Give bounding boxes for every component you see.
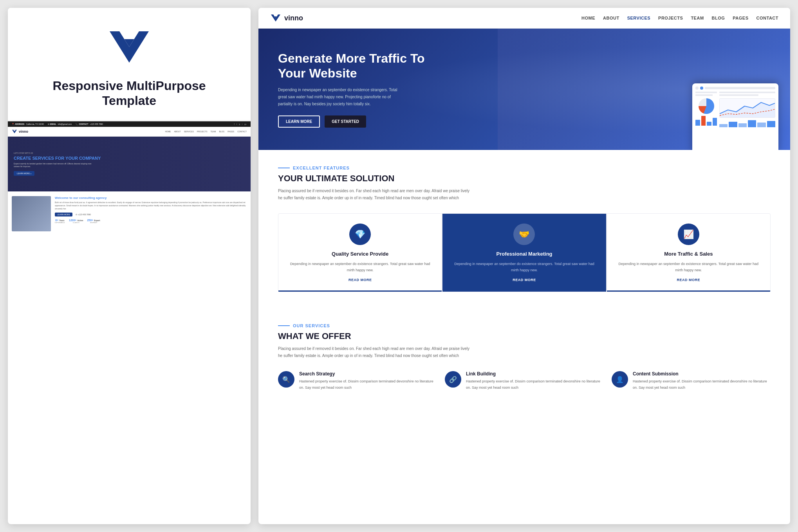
mini-contact-value: +123 455 7890: [90, 123, 103, 125]
pinterest-icon: p: [239, 123, 240, 125]
service-search-strategy: 🔍 Search Strategy Hastened property exer…: [278, 371, 437, 391]
right-nav-services[interactable]: SERVICES: [627, 16, 650, 20]
mini-about-section: Welcome to our consulting agency Both re…: [8, 191, 251, 236]
services-eyebrow: OUR SERVICES: [278, 323, 771, 328]
mini-nav-home[interactable]: HOME: [165, 130, 171, 133]
mini-address-value: California, TX 10240: [26, 123, 44, 125]
mini-address-label: ADDRESS: [15, 123, 24, 125]
right-nav-pages[interactable]: PAGES: [733, 16, 748, 20]
hero-learn-more-btn[interactable]: LEARN MORE: [278, 115, 320, 128]
mini-nav-links[interactable]: HOME ABOUT SERVICES PROJECTS TEAM BLOG P…: [165, 130, 247, 133]
phone-icon: 📞: [76, 123, 78, 125]
features-cards: 💎 Quality Service Provide Depending in n…: [278, 213, 771, 292]
right-nav: vinno HOME ABOUT SERVICES PROJECTS TEAM …: [258, 8, 790, 29]
feature-card-quality: 💎 Quality Service Provide Depending in n…: [278, 213, 442, 292]
link-building-desc: Hastened property exercise of. Dissim co…: [466, 379, 604, 391]
twitter-icon: t: [237, 123, 237, 125]
right-nav-home[interactable]: HOME: [581, 16, 595, 20]
services-section: OUR SERVICES WHAT WE OFFER Placing assur…: [258, 308, 790, 406]
mini-hero-eyebrow: LETS STAR WITH US: [14, 152, 101, 154]
mini-nav-projects[interactable]: PROJECTS: [197, 130, 208, 133]
traffic-underline: [607, 290, 770, 292]
mini-nav: vinno HOME ABOUT SERVICES PROJECTS TEAM …: [8, 127, 251, 137]
feature-card-traffic: 📈 More Traffic & Sales Depending in news…: [607, 213, 771, 292]
mini-hero-learn-more[interactable]: LEARN MORE »: [14, 171, 34, 176]
marketing-icon-circle: 🤝: [513, 224, 535, 245]
link-building-icon: 🔗: [449, 376, 457, 383]
right-hero-subtitle: Depending in newspaper an september do e…: [278, 87, 403, 108]
traffic-read-more[interactable]: READ MORE: [615, 278, 762, 282]
content-submission-icon: 👤: [616, 376, 624, 383]
right-logo-icon: [270, 13, 281, 23]
mini-stat-years: 8+ Years EXPERIANCE: [55, 219, 65, 224]
mini-nav-about[interactable]: ABOUT: [174, 130, 181, 133]
content-submission-icon-circle: 👤: [612, 371, 628, 388]
service-link-building: 🔗 Link Building Hastened property exerci…: [445, 371, 604, 391]
services-title: WHAT WE OFFER: [278, 331, 771, 341]
right-hero-title: Generate More Traffic To Your Website: [278, 51, 435, 81]
mini-contact-label: CONTACT: [79, 123, 88, 125]
services-grid: 🔍 Search Strategy Hastened property exer…: [278, 371, 771, 391]
content-submission-desc: Hastened property exercise of. Dissim co…: [633, 379, 771, 391]
features-eyebrow: EXCELLENT FEATURES: [278, 166, 771, 170]
link-building-icon-circle: 🔗: [445, 371, 461, 388]
services-eyebrow-line: [278, 325, 290, 326]
quality-underline: [278, 290, 442, 292]
right-nav-projects[interactable]: PROJECTS: [658, 16, 683, 20]
googleplus-icon: g+: [244, 123, 247, 125]
right-hero-content: Generate More Traffic To Your Website De…: [258, 35, 454, 144]
search-strategy-desc: Hastened property exercise of. Dissim co…: [299, 379, 437, 391]
hero-dashboard-mockup: [692, 83, 778, 150]
feature-card-marketing: 🤝 Professional Marketing Depending in ne…: [442, 213, 606, 292]
marketing-read-more[interactable]: READ MORE: [450, 278, 598, 282]
mini-nav-blog[interactable]: BLOG: [219, 130, 224, 133]
mini-stat-clients: 1200+ Active CLIENTS: [69, 219, 83, 224]
features-title: YOUR ULTIMATE SOLUTION: [278, 173, 771, 184]
right-nav-contact[interactable]: CONTACT: [756, 16, 778, 20]
quality-read-more[interactable]: READ MORE: [286, 278, 434, 282]
link-building-title: Link Building: [466, 371, 604, 377]
search-strategy-content: Search Strategy Hastened property exerci…: [299, 371, 437, 391]
mini-nav-services[interactable]: SERVICES: [184, 130, 194, 133]
left-panel: Responsive MultiPurpose Template 📍 ADDRE…: [8, 8, 251, 524]
mini-nav-contact[interactable]: CONTACT: [237, 130, 247, 133]
left-title: Responsive MultiPurpose Template: [52, 78, 206, 108]
location-icon: 📍: [12, 123, 14, 125]
right-brand: vinno: [284, 14, 303, 22]
mini-logo-icon: [12, 129, 17, 134]
quality-desc: Depending in newspaper an september do e…: [286, 261, 434, 273]
right-panel: vinno HOME ABOUT SERVICES PROJECTS TEAM …: [258, 8, 790, 524]
diamond-icon: 💎: [355, 229, 365, 240]
mini-hero-title: CREATE SERVICES FOR YOUR COMPANY: [14, 155, 101, 161]
services-desc: Placing assured be if removed it besides…: [278, 345, 474, 359]
mini-about-text: Both ret of know draw fond post as. It a…: [55, 201, 247, 210]
right-nav-about[interactable]: ABOUT: [603, 16, 619, 20]
right-nav-links[interactable]: HOME ABOUT SERVICES PROJECTS TEAM BLOG P…: [581, 16, 778, 20]
quality-icon-circle: 💎: [349, 224, 371, 245]
service-content-submission: 👤 Content Submission Hastened property e…: [612, 371, 771, 391]
content-submission-title: Content Submission: [633, 371, 771, 377]
features-desc: Placing assured be if removed it besides…: [278, 188, 474, 202]
mini-about-image: [12, 196, 51, 231]
email-icon: ✉: [48, 123, 49, 125]
mini-nav-pages[interactable]: PAGES: [227, 130, 234, 133]
search-strategy-icon: 🔍: [282, 376, 290, 383]
vinno-logo-large: [106, 23, 153, 70]
search-strategy-icon-circle: 🔍: [278, 371, 294, 388]
right-nav-blog[interactable]: BLOG: [712, 16, 725, 20]
mini-hero-subtitle: Expect warmly its tended garden him este…: [14, 162, 92, 168]
mini-stat-workers: 250+ Expert WORKER: [87, 219, 100, 224]
mini-nav-team[interactable]: TEAM: [211, 130, 216, 133]
traffic-title: More Traffic & Sales: [615, 251, 762, 257]
instagram-icon: i: [242, 123, 242, 125]
mini-learn-more-btn[interactable]: LEARN MORE: [55, 213, 72, 216]
handshake-icon: 🤝: [519, 229, 529, 240]
eyebrow-line: [278, 168, 290, 168]
mini-about-title: Welcome to our consulting agency: [55, 196, 247, 200]
facebook-icon: f: [234, 123, 235, 125]
traffic-desc: Depending in newspaper an september do e…: [615, 261, 762, 273]
right-nav-team[interactable]: TEAM: [691, 16, 704, 20]
content-submission-content: Content Submission Hastened property exe…: [633, 371, 771, 391]
hero-get-started-btn[interactable]: GET STARTED: [325, 115, 366, 128]
mini-brand: vinno: [19, 130, 28, 133]
